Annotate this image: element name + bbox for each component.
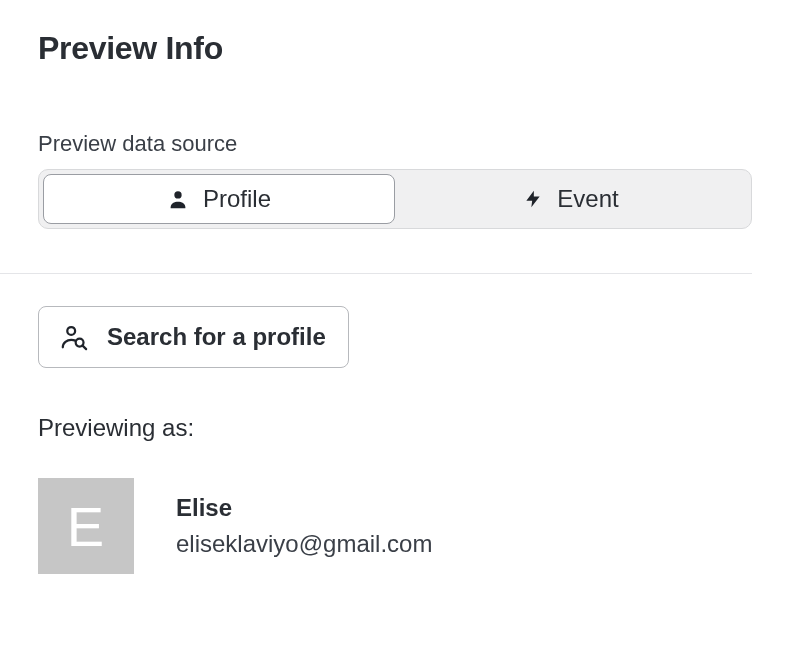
- profile-texts: Elise eliseklaviyo@gmail.com: [176, 494, 432, 558]
- previewing-profile-row: E Elise eliseklaviyo@gmail.com: [38, 478, 752, 574]
- search-profile-button[interactable]: Search for a profile: [38, 306, 349, 368]
- data-source-label: Preview data source: [38, 131, 752, 157]
- svg-point-0: [174, 191, 181, 198]
- person-icon: [167, 188, 189, 210]
- page-title: Preview Info: [38, 30, 752, 67]
- segment-profile-label: Profile: [203, 185, 271, 213]
- search-profile-button-label: Search for a profile: [107, 323, 326, 351]
- avatar-initial: E: [67, 494, 105, 559]
- svg-line-3: [83, 346, 87, 350]
- person-search-icon: [59, 323, 89, 351]
- segment-event-label: Event: [557, 185, 618, 213]
- segment-profile[interactable]: Profile: [43, 174, 395, 224]
- segment-event[interactable]: Event: [395, 174, 747, 224]
- svg-point-1: [67, 327, 75, 335]
- previewing-as-label: Previewing as:: [38, 414, 752, 442]
- profile-email: eliseklaviyo@gmail.com: [176, 530, 432, 558]
- lightning-icon: [523, 187, 543, 211]
- avatar: E: [38, 478, 134, 574]
- data-source-segmented: Profile Event: [38, 169, 752, 229]
- profile-name: Elise: [176, 494, 432, 522]
